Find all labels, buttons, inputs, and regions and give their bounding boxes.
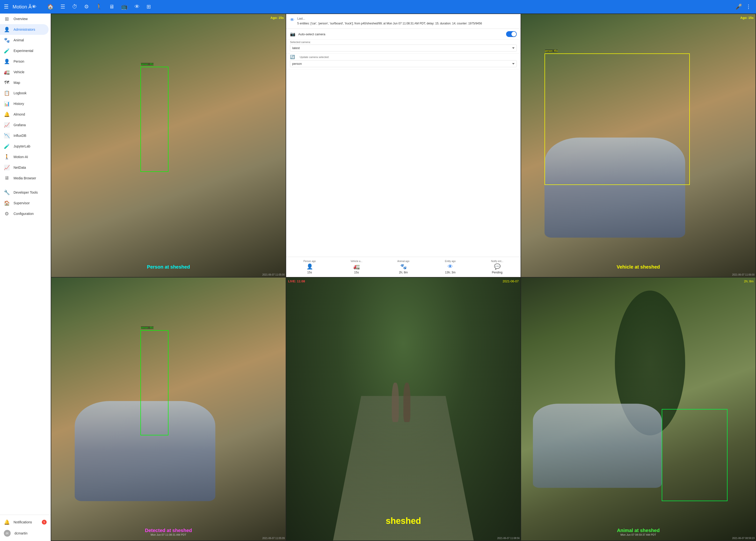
- stat-vehicle-value: 15s: [354, 271, 359, 274]
- almond-icon: 🔔: [4, 112, 10, 117]
- stat-vehicle-icon: 🚛: [353, 264, 360, 270]
- selected-camera-select[interactable]: latest: [290, 45, 517, 52]
- stat-person-label: Person ago: [303, 260, 316, 263]
- camera-label-bottomright: Animal at sheshed: [617, 528, 660, 533]
- avatar: dc: [4, 530, 11, 537]
- sidebar-label-vehicle: Vehicle: [14, 70, 24, 74]
- sidebar-item-administrators[interactable]: 👤 Administrators: [0, 24, 49, 35]
- more-icon[interactable]: ⋮: [745, 3, 752, 11]
- camera-label-bottomleft: Detected at sheshed: [145, 528, 192, 533]
- media-browser-icon: 🖥: [4, 175, 10, 181]
- sidebar-item-map[interactable]: 🗺 Map: [0, 77, 49, 88]
- camera-timestamp-bottomcenter: 2021-06-07 11:08:56: [497, 537, 520, 540]
- sidebar-item-influxdb[interactable]: 📉 InfluxDB: [0, 130, 49, 141]
- stat-vehicle: Vehicle a... 🚛 15s: [333, 259, 380, 275]
- sidebar-label-map: Map: [14, 81, 20, 85]
- update-camera-select[interactable]: person: [290, 60, 517, 67]
- sidebar-item-animal[interactable]: 🐾 Animal: [0, 35, 49, 45]
- stat-notify-label: Notify ent...: [491, 260, 504, 263]
- history-icon: 📊: [4, 101, 10, 107]
- sidebar-item-experimental[interactable]: 🧪 Experimental: [0, 45, 49, 56]
- stat-person-value: 15s: [307, 271, 312, 274]
- menu-icon[interactable]: ☰: [4, 4, 9, 10]
- update-camera-label: Update camera selected:: [300, 56, 329, 59]
- camera-date: 2021-06-07: [503, 279, 519, 283]
- sidebar-item-user[interactable]: dc dcmartin: [0, 527, 51, 539]
- sidebar-item-logbook[interactable]: 📋 Logbook: [0, 88, 49, 98]
- sidebar-label-person: Person: [14, 60, 24, 63]
- camera-popup: 👁 Last... 5 entities: ['car', 'person', …: [286, 14, 521, 277]
- popup-auto-select-row: 📷 Auto-select camera: [286, 29, 521, 40]
- topbar: ☰ Motion Ã👁 🏠 ☰ ⏱ ⚙ 🚶 🖥 📺 👁 ⊞ 🎤 ⋮: [0, 0, 756, 14]
- camera-feed-live: LIVE: 11:08 2021-06-07 sheshed 2021-06-0…: [286, 277, 521, 541]
- sidebar-item-almond[interactable]: 🔔 Almond: [0, 109, 49, 120]
- stat-person: Person ago 👤 15s: [286, 259, 333, 275]
- sidebar-label-supervisor: Supervisor: [14, 201, 30, 205]
- sidebar-item-netdata[interactable]: 📈 NetData: [0, 162, 49, 173]
- camera-live-label: LIVE: 11:08: [288, 279, 305, 283]
- sidebar-item-overview[interactable]: ⊞ Overview: [0, 14, 49, 24]
- auto-select-toggle[interactable]: [506, 31, 517, 37]
- camera-feed-person: person: 45s Ago: 15s Person at sheshed 2…: [51, 14, 286, 277]
- popup-stats: Person ago 👤 15s Vehicle a... 🚛 15s Anim…: [286, 257, 521, 277]
- supervisor-icon: 🏠: [4, 200, 10, 206]
- sidebar-item-developer-tools[interactable]: 🔧 Developer Tools: [0, 187, 51, 198]
- camera-timestamp-br: Mon Jun 07 08:59:37 AM PDT: [620, 533, 656, 536]
- camera-cell-bottom-center[interactable]: LIVE: 11:08 2021-06-07 sheshed 2021-06-0…: [286, 277, 521, 541]
- content: person: 45s Ago: 15s Person at sheshed 2…: [51, 14, 756, 541]
- camera-cell-top-left[interactable]: person: 45s Ago: 15s Person at sheshed 2…: [51, 14, 286, 277]
- sidebar-item-grafana[interactable]: 📈 Grafana: [0, 120, 49, 130]
- sidebar-item-vehicle[interactable]: 🚛 Vehicle: [0, 67, 49, 77]
- popup-info: 👁 Last... 5 entities: ['car', 'person', …: [286, 14, 521, 29]
- nav-motion[interactable]: 🚶: [93, 2, 105, 12]
- stat-animal: Animal ago 🐾 2h; 8m: [380, 259, 427, 275]
- nav-home[interactable]: 🏠: [44, 2, 57, 12]
- camera-label-topright: Vehicle at sheshed: [617, 264, 660, 270]
- nav-menu[interactable]: ☰: [58, 2, 68, 12]
- sidebar-item-motion-ai[interactable]: 🚶 Motion-AI: [0, 152, 49, 162]
- sidebar-label-netdata: NetData: [14, 166, 26, 170]
- sidebar-item-configuration[interactable]: ⚙ Configuration: [0, 209, 51, 219]
- camera-feed-vehicle: person: 45s Ago: 15s Vehicle at sheshed …: [521, 14, 756, 277]
- camera-cell-bottom-right[interactable]: 2h; 8m Animal at sheshed Mon Jun 07 08:5…: [521, 277, 756, 541]
- camera-timestamp-topleft: 2021-06-07 11:05:00: [262, 273, 285, 276]
- camera-cell-top-right[interactable]: person: 45s Ago: 15s Vehicle at sheshed …: [521, 14, 756, 277]
- sidebar-label-developer-tools: Developer Tools: [14, 191, 38, 194]
- sidebar-label-motion-ai: Motion-AI: [14, 155, 28, 159]
- camera-cell-bottom-left[interactable]: person: 45s Detected at sheshed Mon Jun …: [51, 277, 286, 541]
- overview-icon: ⊞: [4, 16, 10, 22]
- nav-settings[interactable]: ⚙: [81, 2, 92, 12]
- stat-notify: Notify ent... 💬 Pending: [474, 259, 521, 275]
- sidebar-item-history[interactable]: 📊 History: [0, 98, 49, 109]
- stat-entity-icon: 👁: [448, 264, 453, 270]
- popup-last-button[interactable]: Last...: [297, 17, 305, 20]
- motion-ai-icon: 🚶: [4, 154, 10, 160]
- popup-info-text: 5 entities: ['car', 'person', 'surfboard…: [297, 21, 482, 26]
- sidebar-bottom: 🔔 Notifications 5 dc dcmartin: [0, 515, 51, 541]
- sidebar-item-supervisor[interactable]: 🏠 Supervisor: [0, 198, 51, 209]
- camera-secondary-timestamp-bottomright: 2021-06-07 08:59:23: [732, 537, 755, 540]
- map-icon: 🗺: [4, 80, 10, 85]
- sidebar-item-jupyterlab[interactable]: 🧪 JupyterLab: [0, 141, 49, 152]
- nav-clock[interactable]: ⏱: [69, 2, 80, 12]
- topbar-nav: 🏠 ☰ ⏱ ⚙ 🚶 🖥 📺 👁 ⊞: [44, 2, 733, 12]
- sidebar-item-media-browser[interactable]: 🖥 Media Browser: [0, 173, 49, 183]
- netdata-icon: 📈: [4, 165, 10, 171]
- sidebar: ⊞ Overview 👤 Administrators 🐾 Animal 🧪 E…: [0, 14, 51, 541]
- nav-view[interactable]: 👁: [132, 2, 143, 12]
- nav-display[interactable]: 📺: [118, 2, 131, 12]
- sidebar-label-history: History: [14, 102, 24, 106]
- developer-tools-icon: 🔧: [4, 190, 10, 195]
- sidebar-item-notifications[interactable]: 🔔 Notifications 5: [0, 517, 51, 527]
- popup-camera-icon: 📷: [290, 31, 295, 37]
- influxdb-icon: 📉: [4, 133, 10, 139]
- camera-secondary-timestamp-bottomleft: 2021-06-07 11:05:09: [262, 537, 285, 540]
- nav-monitor[interactable]: 🖥: [106, 2, 117, 12]
- microphone-icon[interactable]: 🎤: [734, 3, 743, 11]
- stat-vehicle-label: Vehicle a...: [351, 260, 363, 263]
- nav-grid[interactable]: ⊞: [144, 2, 154, 12]
- sidebar-item-person[interactable]: 👤 Person: [0, 56, 49, 67]
- jupyterlab-icon: 🧪: [4, 143, 10, 149]
- stat-notify-value: Pending: [492, 271, 503, 274]
- topbar-right: 🎤 ⋮: [734, 3, 752, 11]
